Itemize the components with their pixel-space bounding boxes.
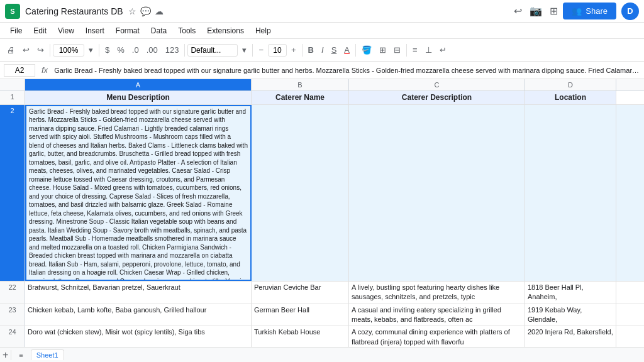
table-row: 2 Garlic Bread - Freshly baked bread top…	[0, 105, 644, 282]
col-header-c[interactable]: C	[349, 79, 525, 90]
list-sheets-button[interactable]: ≡	[14, 350, 28, 360]
table-row: 22 Bratwurst, Schnitzel, Bavarian pretze…	[0, 282, 644, 304]
merge-button[interactable]: ⊟	[391, 43, 404, 57]
row-num: 2	[0, 105, 25, 281]
app-icon: S	[5, 4, 20, 19]
separator	[252, 44, 253, 57]
title-icons: ☆ 💬 ☁	[128, 6, 164, 16]
separator	[50, 44, 50, 57]
share-button[interactable]: 👥 Share	[563, 3, 616, 19]
font-color-button[interactable]: A	[341, 43, 353, 57]
menu-edit[interactable]: Edit	[28, 25, 52, 36]
italic-button[interactable]: I	[318, 43, 327, 57]
col-header-a[interactable]: A	[25, 79, 252, 90]
cloud-icon[interactable]: ☁	[155, 6, 164, 16]
cell-d2[interactable]	[525, 105, 616, 281]
tab-sheet1[interactable]: Sheet1	[31, 349, 64, 360]
table-row: 23 Chicken kebab, Lamb kofte, Baba ganou…	[0, 304, 644, 327]
row-num: 23	[0, 304, 25, 326]
bold-button[interactable]: B	[305, 43, 317, 57]
cell-a22[interactable]: Bratwurst, Schnitzel, Bavarian pretzel, …	[25, 282, 252, 304]
sheet-scroll[interactable]: A B C D 1 Menu Description Caterer Name …	[0, 79, 644, 347]
cell-a24[interactable]: Doro wat (chicken stew), Misir wot (spic…	[25, 326, 252, 347]
align-button[interactable]: ≡	[409, 43, 421, 57]
add-sheet-button[interactable]: +	[3, 349, 8, 361]
cell-d23[interactable]: 1919 Kebab Way, Glendale,	[525, 304, 616, 326]
menu-bar: File Edit View Insert Format Data Tools …	[0, 23, 644, 39]
undo-icon[interactable]: ↩	[514, 5, 522, 17]
cell-reference[interactable]: A2	[4, 64, 35, 77]
font-select[interactable]	[187, 44, 238, 57]
row-num: 22	[0, 282, 25, 304]
cell-d24[interactable]: 2020 Injera Rd, Bakersfield,	[525, 326, 616, 347]
title-bar: S Catering Restaurants DB ☆ 💬 ☁ ↩ 📷 ⊞ 👥 …	[0, 0, 644, 23]
comment-icon[interactable]: 💬	[140, 6, 151, 16]
cell-b23[interactable]: German Beer Hall	[252, 304, 349, 326]
fx-icon: fx	[39, 65, 50, 75]
redo-button[interactable]: ↪	[34, 43, 47, 57]
font-dropdown[interactable]: ▾	[239, 43, 250, 57]
header-menu-description[interactable]: Menu Description	[25, 91, 252, 104]
menu-view[interactable]: View	[53, 25, 79, 36]
undo-button[interactable]: ↩	[19, 43, 33, 57]
share-icon: 👥	[572, 6, 582, 16]
separator	[302, 44, 303, 57]
grid-icon[interactable]: ⊞	[550, 5, 558, 17]
font-size-inc[interactable]: +	[288, 43, 299, 57]
more-formats-button[interactable]: 123	[162, 43, 182, 57]
tab-separator	[11, 350, 11, 360]
strikethrough-button[interactable]: S	[328, 43, 340, 57]
header-location[interactable]: Location	[525, 91, 616, 104]
decimal-inc-button[interactable]: .00	[143, 43, 161, 57]
row-num: 1	[0, 91, 25, 104]
menu-data[interactable]: Data	[146, 25, 172, 36]
valign-button[interactable]: ⊥	[422, 43, 435, 57]
wrap-button[interactable]: ↵	[436, 43, 450, 57]
cell-c22[interactable]: A lively, bustling spot featuring hearty…	[349, 282, 525, 304]
avatar[interactable]: D	[621, 3, 639, 20]
app-title: Catering Restaurants DB	[25, 6, 123, 16]
separator	[355, 44, 356, 57]
cell-a2[interactable]: Garlic Bread - Freshly baked bread toppe…	[25, 105, 252, 281]
row-num-col-header	[0, 79, 25, 90]
cell-b24[interactable]: Turkish Kebab House	[252, 326, 349, 347]
col-header-d[interactable]: D	[525, 79, 616, 90]
fill-color-button[interactable]: 🪣	[358, 43, 375, 57]
separator	[184, 44, 185, 57]
font-size-input[interactable]	[268, 44, 287, 57]
cell-a23[interactable]: Chicken kebab, Lamb kofte, Baba ganoush,…	[25, 304, 252, 326]
formula-input[interactable]	[54, 67, 640, 74]
currency-button[interactable]: $	[102, 43, 113, 57]
toolbar: 🖨 ↩ ↪ ▾ $ % .0 .00 123 ▾ − + B I S A 🪣 ⊞…	[0, 39, 644, 62]
cell-b2[interactable]	[252, 105, 349, 281]
menu-format[interactable]: Format	[111, 25, 145, 36]
spreadsheet: A B C D 1 Menu Description Caterer Name …	[0, 79, 644, 347]
column-header-row: A B C D	[0, 79, 644, 91]
star-icon[interactable]: ☆	[128, 6, 136, 16]
percent-button[interactable]: %	[114, 43, 128, 57]
camera-icon[interactable]: 📷	[530, 5, 542, 17]
cell-c24[interactable]: A cozy, communal dining experience with …	[349, 326, 525, 347]
separator	[406, 44, 407, 57]
menu-insert[interactable]: Insert	[80, 25, 109, 36]
separator	[99, 44, 99, 57]
menu-extensions[interactable]: Extensions	[202, 25, 249, 36]
decimal-dec-button[interactable]: .0	[129, 43, 142, 57]
cell-c23[interactable]: A casual and inviting eatery specializin…	[349, 304, 525, 326]
formula-bar: A2 fx	[0, 62, 644, 79]
header-caterer-description[interactable]: Caterer Description	[349, 91, 525, 104]
font-size-dec[interactable]: −	[255, 43, 267, 57]
print-button[interactable]: 🖨	[4, 43, 18, 57]
col-header-b[interactable]: B	[252, 79, 349, 90]
zoom-dropdown[interactable]: ▾	[86, 43, 96, 57]
cell-c2[interactable]	[349, 105, 525, 281]
borders-button[interactable]: ⊞	[376, 43, 389, 57]
header-caterer-name[interactable]: Caterer Name	[252, 91, 349, 104]
menu-file[interactable]: File	[5, 25, 27, 36]
cell-d22[interactable]: 1818 Beer Hall Pl, Anaheim,	[525, 282, 616, 304]
menu-help[interactable]: Help	[250, 25, 276, 36]
cell-b22[interactable]: Peruvian Ceviche Bar	[252, 282, 349, 304]
menu-tools[interactable]: Tools	[173, 25, 201, 36]
table-row: 24 Doro wat (chicken stew), Misir wot (s…	[0, 326, 644, 347]
zoom-input[interactable]	[53, 44, 84, 57]
